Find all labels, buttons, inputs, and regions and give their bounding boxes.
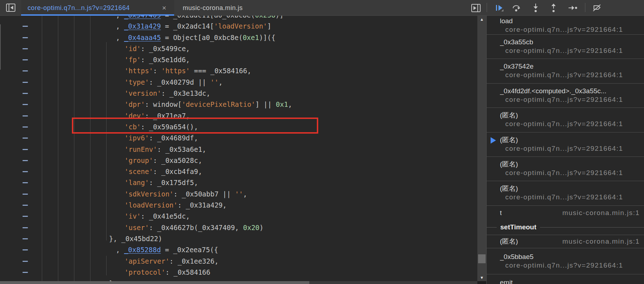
callstack-frame[interactable]: (匿名)core-optimi.q7n...js?v=2921664:1 [487, 108, 644, 132]
frame-source-location: core-optimi.q7n...js?v=2921664:1 [500, 169, 640, 177]
gutter-line-marker[interactable] [23, 261, 28, 262]
code-editor[interactable]: , _0x347409 = _0x2adc11[a0_0xbc8e(0x238)… [0, 0, 477, 281]
callstack-frame[interactable]: (匿名)core-optimi.q7n...js?v=2921664:1 [487, 157, 644, 181]
callstack-frame[interactable]: (匿名)core-optimi.q7n...js?v=2921664:1 [487, 181, 644, 205]
callstack-frame[interactable]: _0x3a55cbcore-optimi.q7n...js?v=2921664:… [487, 35, 644, 59]
code-line[interactable]: 'sdkVersion': _0x50abb7 || '', [0, 189, 477, 200]
left-edge-line [0, 24, 1, 70]
gutter-line-marker[interactable] [23, 160, 28, 161]
vertical-scrollbar[interactable]: ▲ ▼ [477, 16, 486, 281]
gutter-line-marker[interactable] [23, 249, 28, 250]
gutter-line-marker[interactable] [23, 82, 28, 83]
code-line[interactable]: , _0x31a429 = _0x2adc14['loadVersion'] [0, 21, 477, 32]
code-line[interactable]: 'loadVersion': _0x31a429, [0, 200, 477, 211]
toggle-navigator-icon[interactable] [6, 3, 16, 12]
code-line[interactable]: 'dpr': window['devicePixelRatio'] || 0x1… [0, 99, 477, 110]
code-line[interactable]: 'lang': _0x175df5, [0, 177, 477, 188]
gutter-line-marker[interactable] [23, 115, 28, 116]
code-line[interactable]: 'fp': _0x5e1dd6, [0, 54, 477, 65]
code-token: : _0x40279d || [149, 78, 211, 86]
gutter-line-marker[interactable] [23, 227, 28, 228]
step-button[interactable] [567, 3, 578, 13]
callstack-frame[interactable]: _0x5bbae5core-optimi.q7n...js?v=2921664:… [487, 248, 644, 274]
indent-guide [106, 42, 107, 240]
callstack-frame[interactable]: loadcore-optimi.q7n...js?v=2921664:1 [487, 16, 644, 35]
frame-source-location: core-optimi.q7n...js?v=2921664:1 [500, 71, 640, 79]
code-line[interactable]: 'group': _0xa5028c, [0, 155, 477, 166]
code-token: 'type' [124, 78, 149, 86]
code-line[interactable]: }, ... [0, 278, 477, 281]
callstack-frame[interactable]: (匿名)music-corona.min.js:1 [487, 235, 644, 248]
code-line[interactable]: 'apiServer': _0x1ee326, [0, 256, 477, 267]
callstack-frame[interactable]: _0x4fd2df.<computed>._0x3a55c...core-opt… [487, 84, 644, 108]
gutter-line-marker[interactable] [23, 59, 28, 60]
gutter-line-marker[interactable] [23, 272, 28, 273]
code-variable-link[interactable]: _0x85288d [124, 246, 161, 254]
tab-music-corona[interactable]: music-corona.min.js [177, 0, 249, 16]
frame-function-name: _0x37542e [500, 62, 640, 71]
frame-function-name: (匿名) [500, 160, 640, 169]
gutter-line-marker[interactable] [23, 93, 28, 94]
resume-button[interactable] [494, 3, 505, 13]
code-line[interactable]: 'https': 'https' === _0x584166, [0, 65, 477, 76]
gutter-line-marker[interactable] [23, 205, 28, 206]
horizontal-scrollbar-thumb[interactable] [0, 281, 309, 284]
callstack-frame[interactable]: _0x37542ecore-optimi.q7n...js?v=2921664:… [487, 59, 644, 83]
step-out-button[interactable] [548, 3, 559, 13]
gutter-line-marker[interactable] [23, 70, 28, 71]
code-line[interactable]: 'ipv6': _0x4689df, [0, 133, 477, 144]
gutter-line-marker[interactable] [23, 182, 28, 183]
code-line[interactable]: , _0x85288d = _0x2eea75({ [0, 244, 477, 255]
step-over-button[interactable] [511, 3, 522, 13]
callstack-frame[interactable]: (匿名)core-optimi.q7n...js?v=2921664:1 [487, 133, 644, 157]
tab-core-optimi[interactable]: core-optimi.q7n...n.js?v=2921664 × [21, 0, 174, 16]
code-variable-link[interactable]: _0x31a429 [124, 22, 161, 30]
code-token: = _0x2adc14[ [161, 22, 214, 30]
gutter-line-marker[interactable] [23, 37, 28, 38]
toggle-right-sidebar-button[interactable] [471, 3, 481, 13]
gutter-line-marker[interactable] [23, 26, 28, 27]
scroll-down-icon[interactable]: ▼ [477, 275, 486, 280]
scroll-up-icon[interactable]: ▲ [477, 17, 486, 21]
gutter-line-marker[interactable] [23, 104, 28, 105]
gutter-line-marker[interactable] [23, 194, 28, 195]
deactivate-breakpoints-button[interactable] [592, 3, 603, 13]
close-icon[interactable]: × [161, 4, 168, 12]
frame-function-name: _0x3a55cb [500, 38, 640, 47]
vertical-scrollbar-thumb[interactable] [478, 254, 486, 263]
code-line[interactable]: 'id': _0x5499ce, [0, 43, 477, 54]
devtools-sources-panel: , _0x347409 = _0x2adc11[a0_0xbc8e(0x238)… [0, 0, 644, 284]
code-line[interactable]: , _0x4aaa45 = Object[a0_0xbc8e(0xe1)]({ [0, 32, 477, 43]
gutter-line-marker[interactable] [23, 216, 28, 217]
frame-source-location: core-optimi.q7n...js?v=2921664:1 [500, 96, 640, 104]
code-line[interactable]: }, _0x45bd22) [0, 233, 477, 244]
step-into-button[interactable] [530, 3, 541, 13]
code-line[interactable]: 'user': _0x46627b(_0x347409, 0x20) [0, 222, 477, 233]
gutter-line-marker[interactable] [23, 48, 28, 49]
callstack-frame[interactable]: tmusic-corona.min.js:1 [487, 206, 644, 220]
code-token: 0x1 [276, 100, 288, 108]
frame-function-name: _0x4fd2df.<computed>._0x3a55c... [500, 86, 640, 96]
gutter-line-marker[interactable] [23, 149, 28, 150]
code-line[interactable]: 'version': _0x3e13dc, [0, 88, 477, 99]
code-token: : _0x46627b(_0x347409, [149, 224, 243, 231]
code-token: : _0x1ee326, [169, 257, 218, 265]
step-over-icon [512, 4, 521, 12]
gutter-line-marker[interactable] [23, 238, 28, 239]
active-tab-underline [21, 14, 174, 16]
code-token: 'id' [124, 45, 141, 53]
callstack-frame[interactable]: emit [487, 274, 644, 284]
code-line[interactable]: 'type': _0x40279d || '', [0, 77, 477, 88]
code-line[interactable]: 'iv': _0x41e5dc, [0, 211, 477, 222]
gutter-line-marker[interactable] [23, 171, 28, 172]
code-line[interactable]: 'runEnv': _0x53a6e1, [0, 144, 477, 155]
code-line[interactable]: 'scene': _0xcb4fa9, [0, 166, 477, 177]
async-label: setTimeout [500, 223, 536, 232]
frame-source-location: core-optimi.q7n...js?v=2921664:1 [500, 193, 640, 201]
gutter-line-marker[interactable] [23, 126, 28, 128]
gutter-line-marker[interactable] [23, 138, 28, 139]
code-line[interactable]: 'protocol': _0x584166 [0, 267, 477, 278]
horizontal-scrollbar[interactable] [0, 281, 477, 284]
code-variable-link[interactable]: _0x4aaa45 [124, 34, 161, 41]
code-token: : _0x41e5dc, [141, 212, 190, 220]
